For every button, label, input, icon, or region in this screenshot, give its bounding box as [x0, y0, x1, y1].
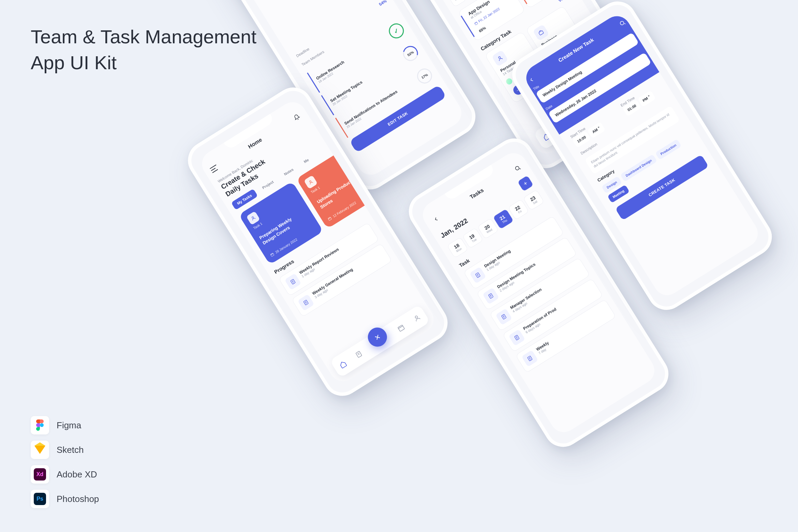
svg-point-17 — [515, 166, 520, 171]
document-icon — [496, 308, 513, 325]
tool-figma: Figma — [31, 416, 99, 434]
search-icon[interactable] — [616, 17, 629, 30]
task-title: Preparing Weekly Design Covers — [258, 208, 309, 246]
svg-point-2 — [309, 180, 311, 182]
deadline-label: Deadline — [295, 47, 310, 58]
nav-profile-icon[interactable] — [412, 313, 422, 323]
screen-title: Tasks — [469, 187, 485, 201]
document-icon — [469, 267, 486, 284]
bottom-nav: × — [330, 305, 430, 378]
document-icon — [483, 287, 500, 305]
progress-ring: 52% — [400, 43, 421, 64]
tool-label: Photoshop — [57, 494, 99, 504]
tool-sketch: Sketch — [31, 441, 99, 459]
svg-point-8 — [415, 315, 418, 319]
tool-label: Sketch — [57, 445, 84, 455]
svg-point-23 — [620, 20, 624, 25]
document-icon — [284, 273, 301, 290]
add-task-button[interactable]: + — [517, 175, 534, 192]
sketch-icon — [31, 441, 49, 459]
back-icon[interactable] — [429, 213, 443, 226]
tool-badges: Figma Sketch Xd Adobe XD Ps Photoshop — [31, 416, 99, 508]
tool-label: Adobe XD — [57, 469, 97, 480]
check-icon: ✓ — [386, 20, 407, 41]
xd-icon: Xd — [31, 465, 49, 484]
search-icon[interactable] — [511, 162, 524, 175]
nav-calendar-icon[interactable] — [396, 323, 406, 333]
nav-tasks-icon[interactable] — [354, 350, 364, 359]
svg-point-0 — [252, 216, 254, 218]
ps-icon: Ps — [31, 490, 49, 508]
chip-dashboard[interactable]: Dashboard Design — [620, 154, 657, 182]
bell-icon[interactable] — [290, 111, 304, 124]
tool-ps: Ps Photoshop — [31, 490, 99, 508]
document-icon — [297, 294, 314, 311]
document-icon — [521, 350, 538, 367]
person-icon — [491, 50, 508, 67]
task-title: Uploading Products to Stores — [316, 172, 366, 210]
svg-point-12 — [498, 56, 501, 59]
day-chip[interactable]: 18Mon — [446, 0, 467, 7]
briefcase-icon — [533, 24, 550, 41]
screen-title: Home — [247, 137, 263, 150]
tool-label: Figma — [57, 420, 81, 431]
progress-ring: 17% — [414, 66, 435, 87]
tab-me[interactable]: Me — [298, 153, 315, 168]
tool-xd: Xd Adobe XD — [31, 465, 99, 484]
menu-icon[interactable] — [210, 164, 219, 173]
fab-add-button[interactable]: × — [364, 324, 390, 350]
document-icon — [508, 329, 526, 346]
deadline-percent: 54% — [378, 0, 388, 7]
figma-icon — [31, 416, 49, 434]
nav-home-icon[interactable] — [338, 359, 348, 369]
